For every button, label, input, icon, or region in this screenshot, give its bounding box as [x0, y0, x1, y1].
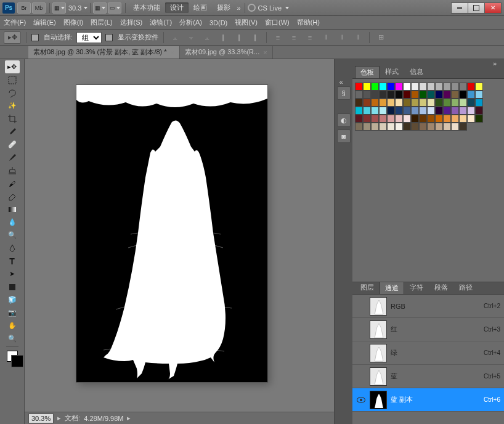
distribute-top-icon[interactable]: ≡: [272, 32, 284, 43]
menu-edit[interactable]: 编辑(E): [33, 18, 56, 27]
swatch[interactable]: [411, 83, 419, 91]
swatch[interactable]: [427, 91, 435, 99]
swatch[interactable]: [475, 91, 483, 99]
channel-row[interactable]: RGBCtrl+2: [352, 295, 504, 318]
align-left-icon[interactable]: ‖: [217, 32, 229, 43]
channel-row[interactable]: 绿Ctrl+4: [352, 341, 504, 365]
swatch[interactable]: [363, 123, 371, 131]
swatch[interactable]: [435, 99, 443, 107]
bridge-button[interactable]: Br: [17, 2, 31, 14]
swatch[interactable]: [411, 123, 419, 131]
swatch[interactable]: [467, 115, 475, 123]
swatch[interactable]: [355, 123, 363, 131]
swatch[interactable]: [475, 115, 483, 123]
swatch[interactable]: [363, 107, 371, 115]
swatch[interactable]: [403, 83, 411, 91]
swatch[interactable]: [371, 115, 379, 123]
swatch[interactable]: [387, 107, 395, 115]
swatch[interactable]: [403, 123, 411, 131]
swatch[interactable]: [379, 91, 387, 99]
magic-wand-tool[interactable]: ✨: [5, 99, 20, 112]
swatch[interactable]: [435, 115, 443, 123]
view-extras-button[interactable]: ▦: [52, 2, 66, 14]
swatch[interactable]: [443, 123, 451, 131]
menu-file[interactable]: 文件(F): [4, 18, 26, 27]
tab-swatches[interactable]: 色板: [355, 66, 380, 78]
shape-tool[interactable]: [5, 280, 20, 293]
swatch[interactable]: [451, 99, 459, 107]
foreground-background-swatch[interactable]: [7, 351, 18, 362]
workspace-design[interactable]: 设计: [165, 2, 189, 13]
align-top-icon[interactable]: ⫠: [169, 32, 181, 43]
blur-tool[interactable]: 💧: [5, 216, 20, 229]
swatch[interactable]: [451, 123, 459, 131]
move-tool[interactable]: ▸✥: [5, 60, 20, 73]
swatch[interactable]: [419, 107, 427, 115]
marquee-tool[interactable]: [5, 73, 20, 86]
swatch[interactable]: [403, 99, 411, 107]
auto-select-checkbox[interactable]: [31, 34, 39, 41]
expand-icon[interactable]: «: [337, 79, 346, 85]
swatch[interactable]: [379, 115, 387, 123]
menu-window[interactable]: 窗口(W): [265, 18, 290, 27]
swatch[interactable]: [395, 99, 403, 107]
swatch[interactable]: [459, 99, 467, 107]
canvas-area[interactable]: 30.3% ▸ 文档: 4.28M/9.98M ▸: [25, 59, 334, 424]
doc-tab-1[interactable]: 素材08.jpg @ 30.3% (背景 副本, 蓝 副本/8) * ×: [28, 46, 180, 59]
masks-icon[interactable]: ◙: [337, 129, 351, 143]
workspace-photography[interactable]: 摄影: [212, 2, 235, 13]
swatch[interactable]: [435, 83, 443, 91]
menu-view[interactable]: 视图(V): [235, 18, 258, 27]
adjustments-icon[interactable]: ◐: [337, 113, 351, 127]
swatch[interactable]: [419, 123, 427, 131]
swatch[interactable]: [443, 99, 451, 107]
hand-tool[interactable]: ✋: [5, 319, 20, 332]
menu-help[interactable]: 帮助(H): [297, 18, 320, 27]
swatch[interactable]: [459, 115, 467, 123]
swatch[interactable]: [411, 115, 419, 123]
swatch[interactable]: [411, 91, 419, 99]
visibility-toggle[interactable]: [356, 301, 366, 311]
distribute-left-icon[interactable]: ⦀: [320, 32, 332, 43]
swatch[interactable]: [371, 107, 379, 115]
swatch[interactable]: [387, 99, 395, 107]
zoom-tool[interactable]: 🔍: [5, 332, 20, 345]
close-icon[interactable]: ×: [263, 49, 267, 56]
swatch[interactable]: [451, 91, 459, 99]
swatch[interactable]: [419, 115, 427, 123]
swatch[interactable]: [379, 123, 387, 131]
swatch[interactable]: [459, 107, 467, 115]
swatch[interactable]: [427, 83, 435, 91]
swatch[interactable]: [435, 123, 443, 131]
swatch[interactable]: [395, 123, 403, 131]
swatch[interactable]: [459, 123, 467, 131]
tab-paragraph[interactable]: 段落: [429, 281, 453, 294]
document-canvas[interactable]: [76, 85, 267, 382]
swatch[interactable]: [395, 107, 403, 115]
history-brush-tool[interactable]: 🖌: [5, 177, 20, 190]
screen-mode-button[interactable]: ▭: [108, 2, 121, 14]
swatch[interactable]: [411, 107, 419, 115]
auto-align-icon[interactable]: ⊞: [375, 32, 387, 43]
tab-paths[interactable]: 路径: [453, 281, 478, 294]
crop-tool[interactable]: [5, 112, 20, 125]
tab-character[interactable]: 字符: [404, 281, 429, 294]
swatch[interactable]: [475, 99, 483, 107]
swatch[interactable]: [355, 83, 363, 91]
status-zoom[interactable]: 30.3%: [28, 414, 54, 423]
swatch[interactable]: [363, 91, 371, 99]
swatch[interactable]: [371, 123, 379, 131]
channel-row[interactable]: 红Ctrl+3: [352, 318, 504, 341]
clone-stamp-tool[interactable]: [5, 164, 20, 177]
swatch[interactable]: [475, 107, 483, 115]
distribute-vcenter-icon[interactable]: ≡: [288, 32, 300, 43]
swatch[interactable]: [363, 99, 371, 107]
menu-filter[interactable]: 滤镜(T): [150, 18, 172, 27]
swatch[interactable]: [419, 83, 427, 91]
dodge-tool[interactable]: 🔍: [5, 229, 20, 242]
path-selection-tool[interactable]: ➤: [5, 267, 20, 280]
ps-logo[interactable]: Ps: [2, 2, 15, 14]
swatch[interactable]: [467, 107, 475, 115]
swatch[interactable]: [371, 83, 379, 91]
current-tool-icon[interactable]: ▸✥: [4, 31, 21, 44]
